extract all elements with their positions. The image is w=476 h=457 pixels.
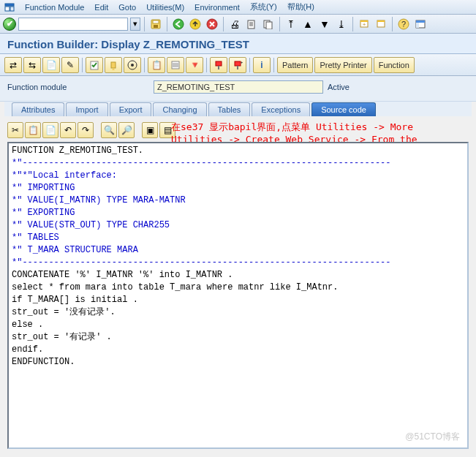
svg-rect-23 xyxy=(111,62,116,68)
other-object-icon[interactable]: 📄 xyxy=(42,57,60,73)
menu-help[interactable]: 帮助(H) xyxy=(287,1,314,12)
main-menu-bar: Function Module Edit Goto Utilities(M) E… xyxy=(0,0,476,15)
svg-rect-0 xyxy=(5,4,14,6)
tab-import[interactable]: Import xyxy=(66,102,107,116)
svg-text:?: ? xyxy=(401,20,406,29)
paste-icon[interactable]: 📄 xyxy=(42,122,58,138)
select-block-icon[interactable]: ▣ xyxy=(142,122,158,138)
source-code-editor[interactable]: FUNCTION Z_REMOTING_TEST. *"------------… xyxy=(7,142,469,449)
find-code-icon[interactable]: 🔍 xyxy=(101,122,117,138)
svg-rect-5 xyxy=(154,25,158,28)
code-line: CONCATENATE '%' I_MATNR '%' into I_MATNR… xyxy=(12,269,464,282)
toggle-active-icon[interactable]: ⇆ xyxy=(23,57,41,73)
last-page-icon[interactable]: ⤓ xyxy=(334,17,349,31)
separator xyxy=(82,58,83,72)
save-icon[interactable] xyxy=(148,17,163,31)
shortcut-icon[interactable] xyxy=(374,17,388,31)
menu-goto[interactable]: Goto xyxy=(118,3,136,12)
back-icon[interactable] xyxy=(171,17,186,31)
window-icon xyxy=(4,3,15,12)
pattern-button[interactable]: Pattern xyxy=(277,57,313,73)
find-icon[interactable] xyxy=(244,17,259,31)
menu-utilities[interactable]: Utilities(M) xyxy=(146,3,184,12)
code-line: *" VALUE(I_MATNR) TYPE MARA-MATNR xyxy=(12,194,464,207)
help-icon[interactable]: ? xyxy=(396,17,411,31)
nav-icon[interactable]: 🔻 xyxy=(186,57,203,73)
standard-toolbar: ✔ ▾ 🖨 ⤒ ▲ ▼ ⤓ + ? xyxy=(0,15,476,34)
tab-attributes[interactable]: Attributes xyxy=(12,102,64,116)
code-line: *"--------------------------------------… xyxy=(12,157,464,170)
find-next-icon[interactable] xyxy=(261,17,276,31)
exit-icon[interactable] xyxy=(188,17,203,31)
separator xyxy=(392,17,393,31)
enhance-icon[interactable]: ✎ xyxy=(61,57,79,73)
tab-export[interactable]: Export xyxy=(110,102,152,116)
separator xyxy=(273,58,274,72)
note-line1: 在se37 显示bapil界面,点菜单 Utilities -> More xyxy=(171,121,418,133)
watermark: @51CTO博客 xyxy=(405,431,460,443)
separator xyxy=(352,17,353,31)
code-line: *" EXPORTING xyxy=(12,207,464,219)
cut-icon[interactable]: ✂ xyxy=(7,122,23,138)
execute-icon[interactable] xyxy=(124,57,141,73)
undo-icon[interactable]: ↶ xyxy=(60,122,76,138)
command-field-dropdown[interactable]: ▾ xyxy=(130,18,140,31)
code-line: *" T_MARA STRUCTURE MARA xyxy=(12,244,464,257)
breakpoint-icon[interactable] xyxy=(210,57,227,73)
layout-icon[interactable] xyxy=(413,17,428,31)
svg-text:+: + xyxy=(363,21,366,28)
code-line: *" VALUE(STR_OUT) TYPE CHAR255 xyxy=(12,219,464,232)
fm-name-input[interactable] xyxy=(154,80,323,94)
svg-rect-4 xyxy=(153,20,159,23)
tab-exceptions[interactable]: Exceptions xyxy=(252,102,310,116)
app-toolbar: ⇄ ⇆ 📄 ✎ 📋 🔻 + i Pattern Pretty Printer F… xyxy=(0,54,476,76)
breakpoint-ext-icon[interactable]: + xyxy=(229,57,246,73)
tab-tables[interactable]: Tables xyxy=(208,102,251,116)
code-line: *"*"Local interface: xyxy=(12,170,464,182)
copy-icon[interactable]: 📋 xyxy=(25,122,41,138)
new-session-icon[interactable]: + xyxy=(357,17,371,31)
redo-icon[interactable]: ↷ xyxy=(78,122,94,138)
svg-rect-29 xyxy=(235,61,241,66)
separator xyxy=(249,58,250,72)
svg-rect-30 xyxy=(237,66,238,69)
tab-source-code[interactable]: Source code xyxy=(311,102,376,116)
cancel-icon[interactable] xyxy=(205,17,219,31)
menu-environment[interactable]: Environment xyxy=(194,3,240,12)
help-doc-icon[interactable]: i xyxy=(253,57,271,73)
tab-strip: Attributes Import Export Changing Tables… xyxy=(4,102,472,116)
separator xyxy=(144,58,145,72)
find-next-code-icon[interactable]: 🔎 xyxy=(118,122,135,138)
pretty-printer-button[interactable]: Pretty Printer xyxy=(314,57,371,73)
separator xyxy=(144,17,145,31)
display-list-icon[interactable] xyxy=(167,57,184,73)
check-icon[interactable] xyxy=(86,57,103,73)
tab-changing[interactable]: Changing xyxy=(153,102,206,116)
next-page-icon[interactable]: ▼ xyxy=(317,17,332,31)
concatenate-icon[interactable]: ▤ xyxy=(159,122,175,138)
prev-page-icon[interactable]: ▲ xyxy=(301,17,315,31)
separator xyxy=(206,58,207,72)
code-line: select * from mara into table T_mara whe… xyxy=(12,282,464,294)
function-doc-button[interactable]: Function xyxy=(374,57,415,73)
separator xyxy=(279,17,280,31)
fm-label: Function module xyxy=(7,83,154,91)
title-bar: Function Builder: Display Z_REMOTING_TES… xyxy=(0,34,476,54)
menu-edit[interactable]: Edit xyxy=(94,3,108,12)
code-line: ENDFUNCTION. xyxy=(12,356,464,369)
command-field[interactable] xyxy=(18,18,128,31)
print-icon[interactable]: 🖨 xyxy=(227,17,242,31)
svg-text:+: + xyxy=(241,60,243,64)
editor-toolbar: ✂ 📋 📄 ↶ ↷ 🔍 🔎 ▣ ▤ 在se37 显示bapil界面,点菜单 Ut… xyxy=(7,121,469,139)
svg-point-25 xyxy=(131,64,134,67)
svg-rect-2 xyxy=(10,7,14,11)
menu-system[interactable]: 系统(Y) xyxy=(250,1,277,12)
enter-button[interactable]: ✔ xyxy=(3,18,16,31)
svg-rect-16 xyxy=(377,20,385,22)
toggle-display-icon[interactable]: ⇄ xyxy=(4,57,22,73)
where-used-icon[interactable]: 📋 xyxy=(148,57,165,73)
first-page-icon[interactable]: ⤒ xyxy=(284,17,298,31)
menu-function-module[interactable]: Function Module xyxy=(25,3,84,12)
activate-icon[interactable] xyxy=(105,57,122,73)
svg-rect-27 xyxy=(216,61,222,66)
